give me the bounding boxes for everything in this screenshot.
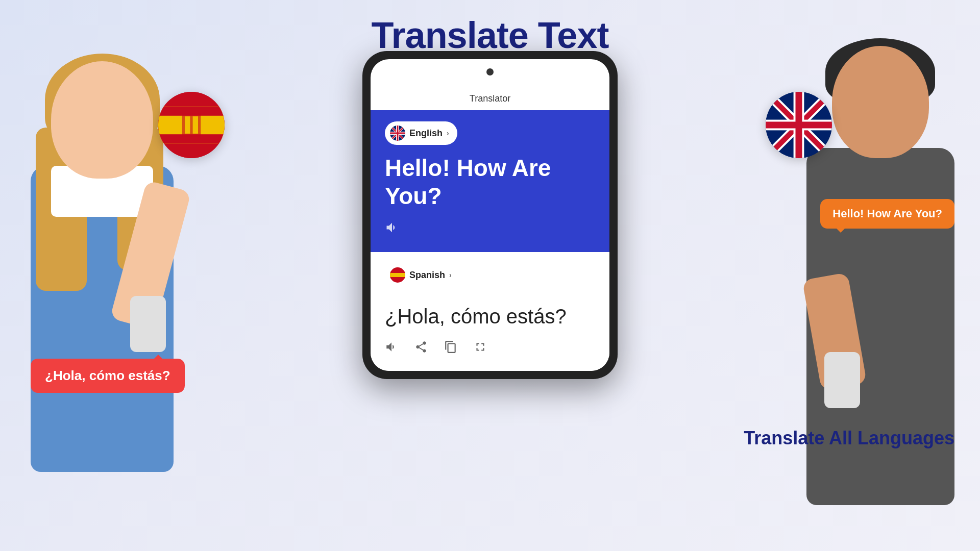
spain-flag-bubble bbox=[158, 92, 225, 158]
uk-flag-bubble bbox=[766, 92, 832, 158]
phone-camera bbox=[486, 68, 494, 76]
spanish-lang-selector[interactable]: Spanish › bbox=[385, 263, 460, 287]
spanish-text: ¿Hola, cómo estás? bbox=[385, 305, 595, 328]
english-chevron: › bbox=[447, 129, 449, 137]
english-lang-selector[interactable]: English › bbox=[385, 121, 457, 145]
translator-cards: English › Hello! How Are You? bbox=[371, 110, 609, 371]
english-volume-icon[interactable] bbox=[385, 220, 595, 238]
phone-mockup: Translator bbox=[362, 51, 618, 379]
speech-bubble-right-text: Hello! How Are You? bbox=[832, 207, 942, 220]
bottom-icons bbox=[385, 340, 595, 357]
speech-bubble-left: ¿Hola, cómo estás? bbox=[31, 359, 185, 393]
english-label: English bbox=[409, 128, 443, 139]
svg-rect-6 bbox=[193, 116, 198, 134]
svg-rect-24 bbox=[390, 133, 405, 134]
spanish-flag bbox=[390, 267, 405, 283]
spanish-chevron: › bbox=[449, 271, 452, 279]
share-icon[interactable] bbox=[414, 340, 428, 357]
svg-rect-5 bbox=[185, 116, 190, 134]
fullscreen-icon[interactable] bbox=[474, 340, 487, 357]
svg-rect-28 bbox=[390, 277, 405, 279]
translate-all-label: Translate All Languages bbox=[744, 427, 954, 449]
english-card: English › Hello! How Are You? bbox=[371, 110, 609, 252]
phone-app-label: Translator bbox=[470, 93, 510, 104]
page-title: Translate Text bbox=[372, 14, 609, 56]
phone-frame: Translator bbox=[362, 51, 618, 379]
svg-rect-15 bbox=[766, 122, 832, 129]
speech-bubble-right: Hello! How Are You? bbox=[820, 199, 954, 229]
spanish-label: Spanish bbox=[409, 270, 445, 281]
right-person bbox=[704, 20, 980, 551]
english-text: Hello! How Are You? bbox=[385, 154, 595, 210]
spanish-volume-icon[interactable] bbox=[385, 340, 398, 357]
speech-bubble-left-text: ¿Hola, cómo estás? bbox=[45, 368, 170, 383]
english-flag bbox=[390, 126, 405, 141]
head-right bbox=[832, 46, 929, 158]
spanish-card: Spanish › ¿Hola, cómo estás? bbox=[371, 252, 609, 371]
left-person bbox=[0, 20, 276, 551]
svg-rect-27 bbox=[390, 271, 405, 273]
phone-hand-left bbox=[130, 296, 166, 352]
phone-hand-right bbox=[824, 352, 860, 408]
phone-screen-top: Translator bbox=[371, 59, 609, 110]
translate-all-label-text: Translate All Languages bbox=[744, 428, 954, 448]
copy-icon[interactable] bbox=[444, 340, 457, 357]
head-left bbox=[51, 61, 153, 179]
